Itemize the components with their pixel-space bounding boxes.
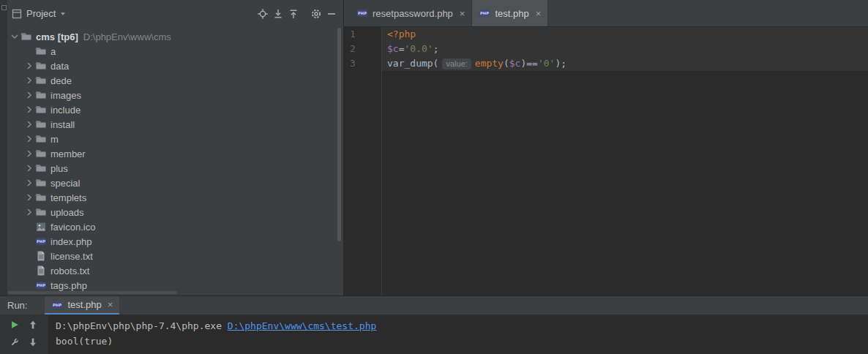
tree-vertical-scrollbar[interactable] bbox=[337, 28, 341, 241]
hide-panel-icon[interactable] bbox=[326, 8, 337, 20]
chevron-down-icon[interactable] bbox=[59, 10, 67, 18]
chevron-right-icon[interactable] bbox=[23, 162, 35, 174]
tree-item-special[interactable]: special bbox=[7, 176, 343, 190]
chevron-right-icon[interactable] bbox=[23, 104, 35, 116]
code-line[interactable]: var_dump(value:empty($c)=='0'); bbox=[382, 56, 868, 71]
locate-icon[interactable] bbox=[257, 8, 269, 20]
chevron-right-icon[interactable] bbox=[23, 206, 35, 218]
tree-item-data[interactable]: data bbox=[7, 59, 343, 73]
chevron-right-icon[interactable] bbox=[23, 192, 35, 203]
arrow-down-icon[interactable] bbox=[28, 337, 40, 349]
folder-icon bbox=[35, 75, 47, 86]
run-panel: Run: PHP test.php × D:\phpEnv\php\php-7.… bbox=[0, 295, 868, 354]
tree-item-label: index.php bbox=[50, 236, 91, 247]
tree-item-label: include bbox=[50, 105, 81, 116]
code-token: = bbox=[399, 42, 405, 56]
code-token: $c bbox=[387, 42, 399, 56]
collapse-all-icon[interactable] bbox=[288, 8, 299, 20]
folder-icon bbox=[20, 31, 32, 42]
chevron-down-icon[interactable] bbox=[9, 31, 20, 42]
folder-icon bbox=[35, 133, 47, 145]
tree-item-install[interactable]: install bbox=[7, 117, 343, 132]
tree-item-templets[interactable]: templets bbox=[7, 190, 343, 205]
tree-item-label: data bbox=[50, 61, 69, 72]
editor-tab-resetpassword.php[interactable]: PHPresetpassword.php× bbox=[350, 0, 472, 26]
code-line[interactable]: $c='0.0'; bbox=[382, 42, 868, 56]
chevron-right-icon[interactable] bbox=[23, 133, 35, 145]
arrow-up-icon[interactable] bbox=[28, 320, 40, 331]
code-area[interactable]: <?php$c='0.0';var_dump(value:empty($c)==… bbox=[382, 27, 868, 295]
php-file-icon: PHP bbox=[35, 279, 47, 291]
tree-item-a[interactable]: a bbox=[7, 44, 343, 59]
console-text: D:\phpEnv\php\php-7.4\php.exe bbox=[56, 320, 228, 331]
tree-item-index.php[interactable]: PHPindex.php bbox=[7, 234, 343, 249]
tree-item-uploads[interactable]: uploads bbox=[7, 205, 343, 219]
chevron-right-icon[interactable] bbox=[23, 148, 35, 159]
tree-item-robots.txt[interactable]: robots.txt bbox=[7, 263, 343, 278]
main-area: Project cms [tp6] D:\phpEnv\www\cms adat… bbox=[0, 0, 868, 295]
run-tab-label: test.php bbox=[67, 299, 101, 310]
tool-window-stripe-icon[interactable] bbox=[1, 5, 7, 10]
folder-icon bbox=[35, 118, 47, 130]
project-tool-icon[interactable] bbox=[11, 8, 23, 20]
console-line: bool(true) bbox=[56, 334, 868, 349]
chevron-right-icon[interactable] bbox=[23, 118, 35, 130]
folder-icon bbox=[35, 192, 47, 203]
run-console[interactable]: D:\phpEnv\php\php-7.4\php.exe D:\phpEnv\… bbox=[48, 315, 868, 354]
project-panel-title[interactable]: Project bbox=[26, 8, 56, 19]
tree-item-plus[interactable]: plus bbox=[7, 161, 343, 176]
project-panel: Project cms [tp6] D:\phpEnv\www\cms adat… bbox=[7, 0, 344, 295]
tree-item-favicon.ico[interactable]: favicon.ico bbox=[7, 219, 343, 234]
tree-item-license.txt[interactable]: license.txt bbox=[7, 249, 343, 263]
close-tab-icon[interactable]: × bbox=[108, 299, 113, 310]
tree-item-include[interactable]: include bbox=[7, 102, 343, 117]
tree-item-label: plus bbox=[50, 163, 68, 174]
chevron-spacer bbox=[23, 265, 35, 276]
chevron-right-icon[interactable] bbox=[23, 75, 35, 86]
close-tab-icon[interactable]: × bbox=[536, 8, 542, 19]
editor[interactable]: 123 <?php$c='0.0';var_dump(value:empty($… bbox=[344, 27, 868, 295]
chevron-right-icon[interactable] bbox=[23, 177, 35, 189]
tree-item-label: special bbox=[50, 178, 80, 189]
console-text: bool(true) bbox=[56, 336, 113, 347]
folder-icon bbox=[35, 206, 47, 218]
chevron-spacer bbox=[23, 45, 35, 57]
close-tab-icon[interactable]: × bbox=[460, 8, 465, 19]
code-token: ( bbox=[504, 56, 509, 71]
run-play-icon[interactable] bbox=[10, 320, 21, 331]
chevron-spacer bbox=[23, 221, 35, 233]
run-tab-test-php[interactable]: PHP test.php × bbox=[45, 296, 119, 315]
tree-item-tags.php[interactable]: PHPtags.php bbox=[7, 278, 343, 293]
tree-horizontal-scrollbar[interactable] bbox=[7, 291, 177, 294]
tree-item-root[interactable]: cms [tp6] D:\phpEnv\www\cms bbox=[7, 29, 343, 44]
php-file-icon: PHP bbox=[35, 236, 47, 247]
folder-icon bbox=[35, 45, 47, 57]
tree-item-images[interactable]: images bbox=[7, 88, 343, 102]
tree-item-label: uploads bbox=[50, 207, 84, 218]
tree-item-m[interactable]: m bbox=[7, 132, 343, 146]
tree-item-label: templets bbox=[50, 192, 86, 203]
svg-text:PHP: PHP bbox=[358, 11, 367, 15]
tree-item-dede[interactable]: dede bbox=[7, 73, 343, 88]
console-file-link[interactable]: D:\phpEnv\www\cms\test.php bbox=[228, 320, 377, 331]
chevron-right-icon[interactable] bbox=[23, 89, 35, 101]
code-line[interactable]: <?php bbox=[382, 27, 868, 42]
code-token: <?php bbox=[387, 27, 416, 42]
editor-tab-test.php[interactable]: PHPtest.php× bbox=[472, 0, 548, 26]
console-line: D:\phpEnv\php\php-7.4\php.exe D:\phpEnv\… bbox=[56, 318, 868, 334]
chevron-spacer bbox=[23, 250, 35, 262]
tree-item-label: a bbox=[50, 46, 56, 57]
run-panel-header: Run: PHP test.php × bbox=[0, 296, 868, 315]
svg-text:PHP: PHP bbox=[53, 303, 61, 307]
svg-text:PHP: PHP bbox=[480, 11, 489, 15]
project-panel-header: Project bbox=[7, 0, 343, 27]
code-token: )== bbox=[520, 56, 537, 71]
settings-gear-icon[interactable] bbox=[310, 8, 322, 20]
expand-all-icon[interactable] bbox=[272, 8, 284, 20]
chevron-right-icon[interactable] bbox=[23, 60, 35, 72]
tree-item-member[interactable]: member bbox=[7, 146, 343, 161]
image-file-icon bbox=[35, 221, 47, 233]
folder-icon bbox=[35, 60, 47, 72]
tree-item-label: tags.php bbox=[50, 280, 87, 291]
build-wrench-icon[interactable] bbox=[10, 337, 21, 349]
